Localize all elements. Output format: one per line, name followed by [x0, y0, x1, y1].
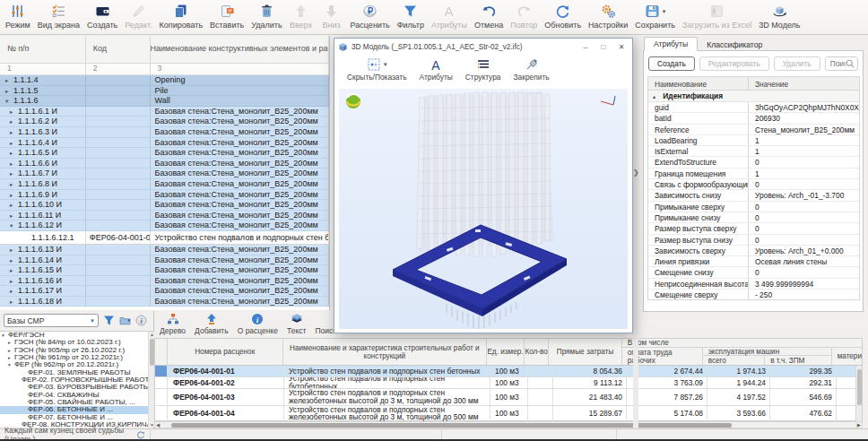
col-num[interactable]: № п/п — [0, 36, 86, 63]
col-direct-costs[interactable]: Прямые затраты — [549, 339, 621, 365]
col-code[interactable]: Код — [86, 36, 151, 63]
tab-attributes[interactable]: Атрибуты — [644, 37, 698, 51]
attr-row[interactable]: Смещение сверху - 250 — [648, 290, 859, 300]
table-row[interactable]: ▸1.1.1.6.18 И Базовая стена:Стена_моноли… — [0, 297, 329, 307]
create-button[interactable]: Создать — [83, 3, 121, 30]
paste-button[interactable]: Вставить — [206, 3, 247, 30]
create-attribute-button[interactable]: Создать — [648, 56, 695, 71]
table-row[interactable]: ▸1.1.1.6.7 И Базовая стена:Стена_монолит… — [0, 169, 329, 179]
down-button[interactable]: Вниз — [317, 3, 347, 30]
model-attributes-button[interactable]: A Атрибуты — [420, 57, 453, 82]
twisty-icon[interactable]: ▸ — [10, 190, 18, 200]
twisty-icon[interactable]: ▸ — [10, 117, 18, 126]
filter-icon[interactable] — [103, 315, 115, 326]
attr-row[interactable]: Reference Стена_монолит_В25_200мм — [648, 125, 859, 135]
copy-button[interactable]: Копировать — [156, 3, 206, 30]
table-row[interactable]: ▸1.1.1.6.2 И Базовая стена:Стена_монолит… — [0, 117, 329, 127]
twisty-icon[interactable]: ▸ — [10, 107, 18, 117]
delete-attribute-button[interactable]: Удалить — [774, 56, 820, 71]
attr-row[interactable]: Зависимость снизу Уровень: Arch_-01_-3.7… — [648, 190, 859, 201]
bases-combo[interactable]: Базы СМР▼ — [4, 314, 99, 327]
col-rate-name[interactable]: Наименование и характеристика строительн… — [283, 339, 488, 365]
attribute-group-identification[interactable]: ▴ Идентификация — [648, 91, 859, 102]
twisty-icon[interactable]: ▸ — [10, 148, 18, 158]
twisty-icon[interactable]: ▸ — [10, 286, 18, 296]
twisty-icon[interactable]: ▸ — [10, 179, 18, 189]
row-handle[interactable] — [155, 389, 168, 405]
attr-row[interactable]: Примыкание сверху 0 — [648, 202, 859, 212]
tree-button[interactable]: Дерево — [160, 313, 186, 335]
search-input[interactable] — [830, 59, 846, 68]
twisty-icon[interactable]: ▸ — [8, 354, 14, 361]
twisty-icon[interactable]: ▸ — [10, 138, 18, 148]
attr-row[interactable]: batId 206930 — [648, 113, 859, 124]
table-row[interactable]: ▸1.1.1.6.1 И Базовая стена:Стена_монолит… — [0, 107, 329, 117]
scroll-left-icon[interactable]: ◀ — [156, 422, 160, 428]
twisty-icon[interactable]: ▸ — [5, 75, 13, 85]
table-row[interactable]: ▸1.1.1.6.14 И Базовая стена:Стена_моноли… — [0, 255, 329, 266]
attr-row[interactable]: Неприсоединенная высота 3 499.999999994 — [648, 279, 859, 290]
text-button[interactable]: Текст — [287, 313, 306, 335]
refresh-small-icon[interactable] — [136, 430, 145, 439]
attr-row[interactable]: Связь с формообразующим элемен... 0 — [648, 179, 859, 190]
twisty-icon[interactable]: ▸ — [10, 169, 18, 178]
twisty-icon[interactable]: ▾ — [2, 332, 8, 339]
save-dropdown-caret[interactable]: ▾ — [663, 8, 666, 15]
hide-show-button[interactable]: ▾ Скрыть/Показать — [347, 57, 407, 82]
twisty-icon[interactable]: ▾ — [5, 96, 13, 106]
rate-info-button[interactable]: i О расценке — [238, 313, 278, 335]
tree-scrollbar[interactable]: ▲ ▼ — [148, 332, 154, 427]
mode-button[interactable]: Режим — [2, 3, 34, 30]
edit-button[interactable]: Редакт. — [121, 3, 155, 30]
up-button[interactable]: Вверх — [286, 3, 317, 30]
screen-view-button[interactable]: Вид экрана — [34, 3, 83, 30]
filter-button[interactable]: Фильтр — [394, 3, 428, 30]
table-row[interactable]: ▸1.1.1.5 Pile — [0, 86, 329, 97]
redo-button[interactable]: Повтор — [507, 3, 541, 30]
twisty-icon[interactable]: ▾ — [8, 361, 14, 368]
col-qty[interactable]: Кол-во — [525, 339, 550, 365]
price-button[interactable]: Расценить — [347, 3, 394, 30]
col-unit[interactable]: Ед. измер. — [487, 339, 525, 365]
twisty-icon[interactable]: ▸ — [10, 211, 18, 220]
rate-row[interactable]: ФЕР06-04-001-04 Устройство стен подвалов… — [155, 406, 862, 423]
twisty-icon[interactable]: ▸ — [10, 200, 18, 210]
col-attr-name[interactable]: Наименование — [648, 77, 749, 90]
twisty-icon[interactable]: ▸ — [8, 347, 14, 354]
tab-classifier[interactable]: Классификатор — [698, 39, 771, 51]
attr-row[interactable]: guid 3hGqOyACP2QhpMJ7hN0X0X — [648, 102, 859, 113]
pin-button[interactable]: Закрепить — [514, 57, 550, 82]
attr-row[interactable]: Граница помещения 1 — [648, 169, 859, 179]
table-row[interactable]: ▸1.1.1.4 Opening — [0, 75, 329, 86]
maximize-button[interactable]: □ — [596, 43, 611, 51]
rate-row[interactable]: ФЕР06-04-001-01 Устройство стен подвалов… — [155, 366, 862, 377]
twisty-icon[interactable]: ▸ — [10, 127, 18, 137]
close-button[interactable]: ✕ — [614, 43, 629, 51]
refresh-button[interactable]: Обновить — [541, 3, 585, 30]
col-rate-numbers[interactable]: Номера расценок — [168, 339, 283, 365]
attr-row[interactable]: IsExternal 1 — [648, 146, 859, 157]
twisty-icon[interactable]: ▸ — [5, 86, 13, 96]
rates-horizontal-scrollbar[interactable]: ◀ ▶ — [154, 421, 863, 428]
add-button[interactable]: Добавить — [195, 313, 229, 335]
col-zpm[interactable]: в т.ч. ЗПМ — [765, 356, 830, 365]
table-row[interactable]: ▸1.1.1.6.11 И Базовая стена:Стена_моноли… — [0, 211, 329, 221]
table-row[interactable]: ▸1.1.1.6.8 И Базовая стена:Стена_монолит… — [0, 179, 329, 190]
row-handle[interactable] — [155, 366, 168, 376]
rate-row[interactable]: ФЕР06-04-001-03 Устройство стен подвалов… — [155, 389, 862, 406]
scroll-right-icon[interactable]: ▶ — [857, 422, 861, 428]
table-row[interactable]: ▾1.1.1.6 Wall — [0, 96, 329, 107]
col-materials[interactable]: матери — [832, 348, 862, 365]
attr-row[interactable]: Смещение снизу 0 — [648, 267, 859, 278]
attr-row[interactable]: ExtendToStructure 0 — [648, 157, 859, 168]
attr-row[interactable]: Размер выступа сверху 0 — [648, 223, 859, 234]
save-button[interactable]: ▾ Сохранить — [631, 3, 679, 30]
twisty-icon[interactable]: ▾ — [10, 220, 18, 230]
row-handle[interactable] — [155, 406, 168, 422]
edit-attribute-button[interactable]: Редактировать — [699, 56, 769, 71]
col-name[interactable]: Наименование конструктивных элементов и … — [151, 36, 329, 63]
attributes-button[interactable]: A Атрибуты — [428, 3, 471, 30]
viewport-3d[interactable] — [339, 89, 628, 329]
delete-button[interactable]: Удалить — [247, 3, 285, 30]
table-row[interactable]: ▸1.1.1.6.4 И Базовая стена:Стена_монолит… — [0, 138, 329, 149]
